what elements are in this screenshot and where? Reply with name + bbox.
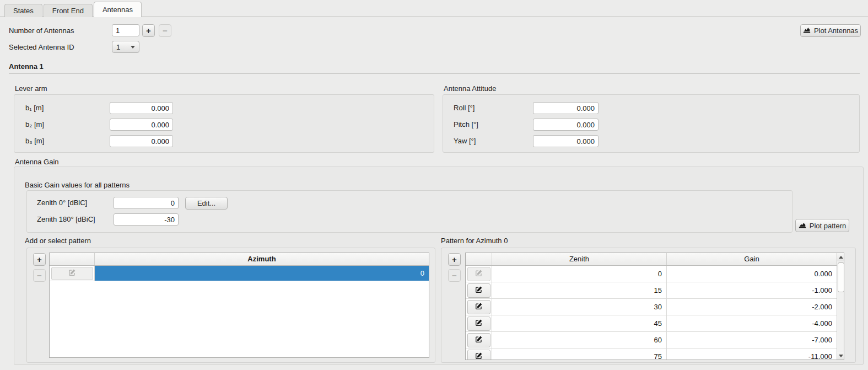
arrow-up-icon [839,256,843,259]
attitude-groupbox: Roll [°] Pitch [°] Yaw [°] [443,94,860,153]
remove-antenna-button[interactable]: − [159,24,171,37]
roll-label: Roll [°] [454,104,475,112]
azimuth-table-row[interactable]: 0 [50,266,429,281]
gain-value-cell[interactable]: -7.000 [667,332,837,348]
edit-row-button[interactable] [467,333,490,347]
basic-gain-groupbox: Zenith 0° [dBiC] Edit... Zenith 180° [dB… [26,190,792,233]
pen-square-icon [475,302,483,312]
row-header-cell [466,266,492,282]
zenith180-label: Zenith 180° [dBiC] [37,215,95,223]
attitude-title: Antenna Attitude [444,84,496,93]
edit-row-button[interactable] [51,267,93,280]
row-header-cell [50,266,95,281]
azimuth-table-header: Azimuth [50,253,429,266]
zenith-value-cell[interactable]: 15 [492,282,667,298]
zenith0-input[interactable] [114,197,179,209]
number-of-antennas-input[interactable] [112,24,139,36]
row-header-cell [466,315,492,331]
gain-value-cell[interactable]: -4.000 [667,315,837,331]
b1-label: b₁ [m] [25,104,44,112]
pattern-table-scrollbar[interactable] [837,253,844,360]
pattern-table-row[interactable]: 00.000 [466,266,837,282]
row-header-cell [466,282,492,298]
pen-square-icon [475,286,483,295]
plot-pattern-button[interactable]: Plot pattern [795,219,849,232]
edit-row-button[interactable] [467,283,490,298]
scroll-up-button[interactable] [837,253,844,261]
yaw-input[interactable] [533,135,599,147]
zenith-value-cell[interactable]: 45 [492,315,667,331]
add-pattern-button[interactable]: + [33,253,46,266]
edit-row-button[interactable] [467,317,490,331]
azimuth-value-cell[interactable]: 0 [95,266,429,281]
section-divider [9,73,860,74]
zenith-value-cell[interactable]: 75 [492,348,667,360]
number-of-antennas-label: Number of Antennas [9,26,74,35]
plot-antennas-label: Plot Antennas [814,26,858,35]
tab-antennas[interactable]: Antennas [94,2,142,17]
pattern-table-row[interactable]: 45-4.000 [466,315,837,332]
basic-gain-title: Basic Gain values for all patterns [25,181,130,189]
b1-input[interactable] [110,102,173,114]
row-header-cell [466,348,492,360]
tab-bar: StatesFront EndAntennas [4,0,142,17]
b2-input[interactable] [110,119,173,131]
gain-column-header[interactable]: Gain [667,253,837,265]
azimuth-header-rowbtn[interactable] [50,253,95,265]
pattern-table-row[interactable]: 75-11.000 [466,348,837,360]
zenith-value-cell[interactable]: 30 [492,299,667,315]
selected-antenna-id-label: Selected Antenna ID [9,43,74,51]
add-pattern-row-button[interactable]: + [448,253,461,266]
selected-antenna-id-dropdown[interactable]: 1 [112,41,139,53]
edit-row-button[interactable] [467,300,490,314]
azimuth-panel-groupbox: + − Azimuth 0 [26,248,435,363]
row-header-cell [466,332,492,348]
tab-states[interactable]: States [4,4,42,17]
gain-value-cell[interactable]: -11.000 [667,348,837,360]
pattern-panel-groupbox: + − Zenith Gain 00.00015-1.00030-2.00045… [441,248,856,363]
add-antenna-button[interactable]: + [142,24,155,37]
plot-pattern-label: Plot pattern [810,222,847,230]
plot-antennas-button[interactable]: Plot Antennas [800,24,861,37]
antenna-gain-title: Antenna Gain [15,158,59,166]
b3-input[interactable] [110,135,173,147]
zenith-value-cell[interactable]: 0 [492,266,667,282]
selected-antenna-id-value: 1 [116,43,120,51]
azimuth-panel-title: Add or select pattern [25,237,91,245]
zenith0-label: Zenith 0° [dBiC] [37,199,87,207]
pattern-table-row[interactable]: 60-7.000 [466,332,837,348]
pen-square-icon [475,335,483,345]
edit-row-button[interactable] [467,350,490,361]
scroll-down-button[interactable] [837,352,844,360]
pen-square-icon [475,319,483,328]
pitch-input[interactable] [533,119,599,131]
azimuth-column-header[interactable]: Azimuth [95,253,429,265]
b3-label: b₃ [m] [25,137,44,145]
remove-pattern-row-button[interactable]: − [448,269,461,282]
edit-gain-button[interactable]: Edit... [185,197,228,210]
pen-square-icon [68,269,76,278]
gain-value-cell[interactable]: -2.000 [667,299,837,315]
gain-value-cell[interactable]: 0.000 [667,266,837,282]
zenith180-input[interactable] [114,213,179,226]
b2-label: b₂ [m] [25,120,44,128]
lever-arm-title: Lever arm [15,84,47,93]
pattern-table-row[interactable]: 30-2.000 [466,299,837,315]
pattern-table: Zenith Gain 00.00015-1.00030-2.00045-4.0… [465,253,844,360]
remove-pattern-button[interactable]: − [33,269,46,282]
edit-row-button[interactable] [467,267,490,281]
tab-front-end[interactable]: Front End [44,4,93,17]
pen-square-icon [475,352,483,360]
pattern-header-rowbtn[interactable] [466,253,492,265]
roll-input[interactable] [533,102,599,114]
lever-arm-groupbox: b₁ [m] b₂ [m] b₃ [m] [14,94,434,153]
antennas-window: StatesFront EndAntennas Number of Antenn… [0,0,868,370]
gain-value-cell[interactable]: -1.000 [667,282,837,298]
arrow-down-icon [839,355,843,357]
zenith-column-header[interactable]: Zenith [492,253,667,265]
pattern-panel-title: Pattern for Azimuth 0 [441,237,508,245]
scrollbar-thumb[interactable] [838,262,844,292]
zenith-value-cell[interactable]: 60 [492,332,667,348]
row-header-cell [466,299,492,315]
pattern-table-row[interactable]: 15-1.000 [466,282,837,299]
